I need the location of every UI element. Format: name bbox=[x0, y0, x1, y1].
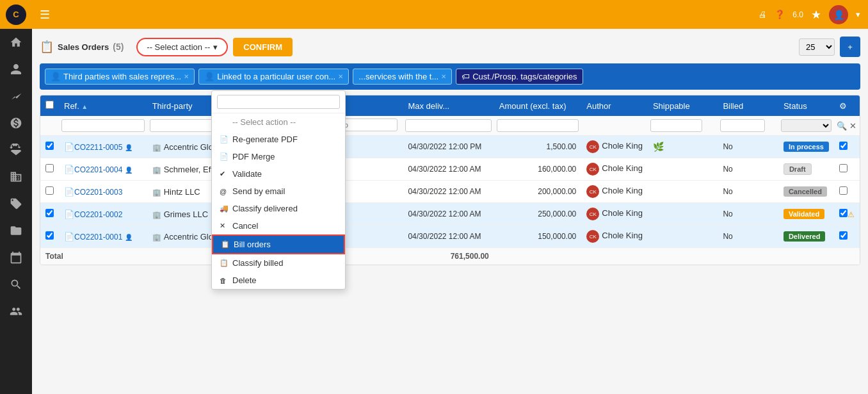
third-party-name: Hintz LLC bbox=[164, 187, 200, 197]
filters-bar: 👤 Third parties with sales repres... ✕ 👤… bbox=[40, 63, 860, 90]
select-action-arrow: ▾ bbox=[213, 42, 218, 52]
dropdown-item-icon-6: ✕ bbox=[220, 222, 229, 230]
doc-icon: 📄 bbox=[64, 142, 74, 152]
company-icon: 🏢 bbox=[152, 211, 161, 218]
content-area: 📋 Sales Orders (5) -- Select action -- ▾… bbox=[32, 29, 868, 394]
dropdown-item-8[interactable]: 📋Classify billed bbox=[212, 254, 345, 272]
shippable-col bbox=[648, 203, 718, 226]
table-row[interactable]: 📄CO2201-0002 🏢Grimes LLC01/31/202204/30/… bbox=[40, 203, 860, 226]
filter-remove-0[interactable]: ✕ bbox=[184, 73, 189, 80]
dropdown-item-7[interactable]: 📋Bill orders bbox=[212, 234, 345, 254]
topbar-right: 🖨 ❓ 6.0 ★ 👤 ▾ bbox=[759, 5, 860, 24]
amount: 250,000.00 bbox=[494, 203, 582, 226]
search-ref-col bbox=[59, 116, 147, 136]
app-logo[interactable]: C bbox=[0, 0, 32, 29]
shippable-col bbox=[648, 226, 718, 248]
shippable-icon: 🌿 bbox=[653, 142, 664, 152]
add-button[interactable]: + bbox=[840, 37, 860, 57]
row-checkbox[interactable] bbox=[45, 186, 54, 195]
status-badge: Draft bbox=[784, 163, 812, 175]
header-right: 25 50 100 + bbox=[799, 37, 860, 57]
sidebar-item-tags[interactable] bbox=[0, 190, 32, 217]
ref-link[interactable]: CO2201-0004 bbox=[74, 165, 122, 174]
col-ref[interactable]: Ref. ▲ bbox=[59, 95, 147, 116]
table-row[interactable]: 📄CO2201-0001 👤🏢Accentric Global01/31/202… bbox=[40, 226, 860, 248]
filter-user-icon: 👤 bbox=[51, 72, 61, 81]
col-max-deliv: Max deliv... bbox=[403, 95, 494, 116]
col-author: Author bbox=[581, 95, 648, 116]
row-checkbox[interactable] bbox=[45, 142, 54, 150]
ref-link[interactable]: CO2201-0002 bbox=[74, 210, 122, 219]
search-billed-input[interactable] bbox=[720, 119, 764, 132]
sidebar-item-calendar[interactable] bbox=[0, 244, 32, 271]
row-end-checkbox[interactable] bbox=[839, 186, 848, 195]
help-icon[interactable]: ❓ bbox=[775, 10, 785, 19]
select-action-button[interactable]: -- Select action -- ▾ bbox=[136, 38, 228, 56]
search-ship-col bbox=[648, 116, 718, 136]
sidebar-item-building[interactable] bbox=[0, 163, 32, 190]
dropdown-item-2[interactable]: 📄PDF Merge bbox=[212, 148, 345, 165]
search-status-select[interactable] bbox=[781, 119, 832, 132]
table-row[interactable]: 📄CO2201-0004 👤🏢Schmeler, Effertz and Bau… bbox=[40, 158, 860, 181]
ref-link[interactable]: CO2201-0001 bbox=[74, 233, 122, 242]
dropdown-item-1[interactable]: 📄Re-generate PDF bbox=[212, 131, 345, 148]
sort-ref-icon: ▲ bbox=[81, 103, 88, 110]
avatar-dropdown-icon[interactable]: ▾ bbox=[856, 10, 860, 19]
dropdown-search-input[interactable] bbox=[217, 95, 340, 109]
page-title-icon: 📋 bbox=[40, 40, 54, 54]
sidebar-item-finance[interactable] bbox=[0, 110, 32, 136]
filter-services[interactable]: ...services with the t... ✕ bbox=[353, 69, 452, 85]
row-end-checkbox[interactable] bbox=[839, 209, 848, 217]
sidebar-item-inventory[interactable] bbox=[0, 136, 32, 163]
dropdown-item-5[interactable]: 🚚Classify delivered bbox=[212, 200, 345, 217]
search-deliv-input[interactable] bbox=[405, 119, 491, 132]
sidebar-item-search[interactable] bbox=[0, 271, 32, 298]
user-avatar[interactable]: 👤 bbox=[829, 5, 848, 24]
search-date-to-input[interactable] bbox=[339, 119, 398, 131]
search-amount-input[interactable] bbox=[497, 119, 579, 132]
billed-col: No bbox=[718, 203, 778, 226]
row-checkbox[interactable] bbox=[45, 231, 54, 240]
sidebar-item-people[interactable] bbox=[0, 298, 32, 325]
dropdown-item-6[interactable]: ✕Cancel bbox=[212, 217, 345, 234]
row-end-checkbox[interactable] bbox=[839, 142, 848, 150]
row-end-checkbox[interactable] bbox=[839, 164, 848, 172]
filter-linked-user[interactable]: 👤 Linked to a particular user con... ✕ bbox=[198, 69, 349, 85]
status-badge: Validated bbox=[784, 209, 824, 219]
sidebar-item-users[interactable] bbox=[0, 56, 32, 83]
billed-col: No bbox=[718, 136, 778, 158]
per-page-select[interactable]: 25 50 100 bbox=[799, 38, 835, 56]
confirm-button[interactable]: CONFIRM bbox=[233, 38, 293, 56]
hamburger-menu[interactable]: ☰ bbox=[40, 8, 50, 22]
filter-remove-2[interactable]: ✕ bbox=[441, 73, 446, 80]
sidebar-item-analytics[interactable] bbox=[0, 83, 32, 110]
table-row[interactable]: 📄CO2201-0003 🏢Hintz LLC01/31/202204/30/2… bbox=[40, 181, 860, 203]
filter-tag-icon: 🏷 bbox=[462, 72, 470, 81]
search-clear-icon[interactable]: ✕ bbox=[849, 121, 856, 131]
row-end-checkbox[interactable] bbox=[839, 231, 848, 240]
row-checkbox[interactable] bbox=[45, 164, 54, 172]
dropdown-item-4[interactable]: @Send by email bbox=[212, 183, 345, 200]
search-ship-input[interactable] bbox=[650, 119, 702, 132]
filter-remove-1[interactable]: ✕ bbox=[338, 73, 343, 80]
search-ref-input[interactable] bbox=[61, 119, 145, 132]
warning-icon: ⚠ bbox=[848, 210, 855, 219]
star-icon[interactable]: ★ bbox=[811, 8, 821, 22]
filter-third-parties[interactable]: 👤 Third parties with sales repres... ✕ bbox=[45, 69, 195, 85]
table-row[interactable]: 📄CO2211-0005 👤🏢Accentric Global11/14/202… bbox=[40, 136, 860, 158]
row-checkbox[interactable] bbox=[45, 209, 54, 217]
sidebar-item-folder[interactable] bbox=[0, 217, 32, 244]
author-avatar: CK bbox=[586, 230, 599, 243]
topbar: ☰ 🖨 ❓ 6.0 ★ 👤 ▾ bbox=[32, 0, 868, 29]
print-icon[interactable]: 🖨 bbox=[759, 10, 767, 19]
ref-link[interactable]: CO2201-0003 bbox=[74, 188, 122, 197]
ref-link[interactable]: CO2211-0005 bbox=[74, 143, 122, 152]
amount: 1,500.00 bbox=[494, 136, 582, 158]
search-icon[interactable]: 🔍 bbox=[837, 121, 847, 131]
dropdown-item-9[interactable]: 🗑Delete bbox=[212, 272, 345, 289]
dropdown-item-3[interactable]: ✔Validate bbox=[212, 165, 345, 183]
sidebar-item-home[interactable] bbox=[0, 29, 32, 56]
dropdown-item-icon-7: 📋 bbox=[221, 240, 230, 249]
filter-tag-categories[interactable]: 🏷 Cust./Prosp. tags/categories bbox=[456, 69, 583, 85]
select-all-checkbox[interactable] bbox=[45, 101, 54, 109]
